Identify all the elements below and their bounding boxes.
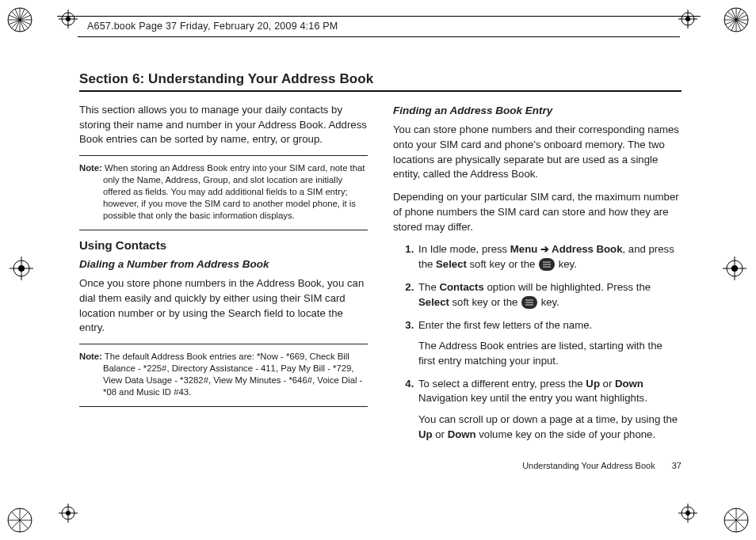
center-key-icon [538,257,556,272]
left-column: This section allows you to manage your d… [79,103,368,451]
arrow-icon: ➔ [537,243,552,255]
svg-point-51 [685,511,690,515]
heading-dialing: Dialing a Number from Address Book [79,257,368,272]
cropmark-icon [723,507,750,534]
note-2: Note: The default Address Book entries a… [79,351,368,398]
intro-paragraph: This section allows you to manage your d… [79,103,368,147]
step-3-extra: The Address Book entries are listed, sta… [418,339,682,368]
step-2: The Contacts option will be highlighted.… [417,280,682,310]
heading-finding: Finding an Address Book Entry [393,103,682,118]
dial-paragraph: Once you store phone numbers in the Addr… [79,276,368,336]
cropmark-icon [723,6,750,33]
svg-point-47 [66,511,71,515]
note-text: When storing an Address Book entry into … [103,163,365,220]
heading-using-contacts: Using Contacts [79,237,368,253]
cropmark-icon [6,507,33,534]
step-3: Enter the first few letters of the name.… [417,318,682,369]
right-column: Finding an Address Book Entry You can st… [393,103,682,451]
step-4: To select a different entry, press the U… [417,377,682,443]
registration-icon [10,257,33,280]
registration-icon [59,504,78,523]
note-1: Note: When storing an Address Book entry… [79,162,368,222]
header-rule [78,36,680,37]
title-rule [79,90,682,92]
steps-list: In Idle mode, press Menu ➔ Address Book,… [393,242,682,442]
find-p2: Depending on your particular SIM card, t… [393,190,682,234]
svg-point-39 [66,17,71,21]
cropmark-icon [6,6,33,33]
note-label: Note: [79,163,102,173]
divider [79,344,368,344]
svg-point-43 [685,17,690,21]
registration-icon [678,504,697,523]
registration-icon [59,10,78,29]
note-label: Note: [79,352,102,361]
page-footer: Understanding Your Address Book 37 [522,460,682,473]
page-number: 37 [672,461,682,470]
svg-point-35 [731,265,738,272]
step-1: In Idle mode, press Menu ➔ Address Book,… [417,242,682,272]
registration-icon [723,257,746,280]
divider [79,406,368,407]
step-4-extra: You can scroll up or down a page at a ti… [418,413,682,442]
svg-point-31 [18,265,25,272]
registration-icon [678,10,697,29]
center-key-icon [521,295,538,310]
find-p1: You can store phone numbers and their co… [393,123,682,182]
divider [79,155,368,156]
footer-label: Understanding Your Address Book [522,461,655,470]
section-title: Section 6: Understanding Your Address Bo… [79,71,682,87]
header-text: A657.book Page 37 Friday, February 20, 2… [87,21,338,32]
header-rule [57,16,701,17]
note-text: The default Address Book entries are: *N… [103,352,362,397]
divider [79,230,368,230]
